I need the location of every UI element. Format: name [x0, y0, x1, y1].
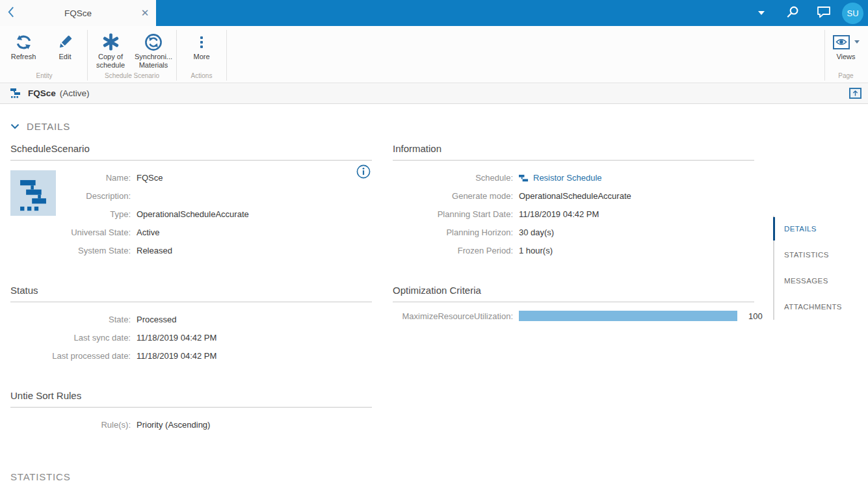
refresh-button[interactable]: Refresh [3, 26, 44, 71]
field-value: OperationalScheduleAccurate [137, 205, 372, 224]
topbar-dropdown-button[interactable] [746, 0, 777, 26]
chat-button[interactable] [808, 0, 839, 26]
details-section-title: DETAILS [27, 121, 70, 132]
field-value [137, 187, 372, 205]
main-content: DETAILS ScheduleScenario [0, 104, 868, 494]
nav-item-attachments[interactable]: ATTACHMENTS [774, 294, 868, 320]
details-content: ScheduleScenario Name: FQSce [0, 143, 868, 434]
field-label: Planning Start Date: [393, 205, 513, 224]
user-avatar[interactable]: SU [839, 0, 868, 26]
optimization-value: 100 [748, 311, 763, 321]
asterisk-icon [102, 31, 120, 53]
edit-label: Edit [59, 53, 72, 61]
ribbon-separator [87, 30, 88, 81]
edit-button[interactable]: Edit [44, 26, 86, 71]
close-icon: ✕ [141, 7, 150, 19]
ribbon-group-label-page: Page [826, 71, 865, 83]
untie-sort-rules-panel: Untie Sort Rules Rule(s): Priority (Asce… [10, 390, 372, 434]
section-header-statistics[interactable]: STATISTICS [10, 471, 70, 483]
document-header: FQSce (Active) [0, 83, 868, 104]
topbar-spacer [156, 0, 746, 26]
chat-icon [817, 5, 831, 21]
field-label: Last sync date: [10, 329, 131, 347]
back-button[interactable] [0, 0, 22, 26]
field-value: OperationalScheduleAccurate [519, 187, 754, 205]
document-name: FQSce [28, 88, 56, 98]
field-value: 11/18/2019 04:42 PM [137, 347, 372, 365]
synchronize-materials-button[interactable]: Synchroni... Materials [132, 26, 175, 71]
gantt-link-icon [519, 174, 529, 183]
ribbon-group-actions: More Actions [178, 26, 225, 83]
scenario-thumbnail [10, 170, 56, 216]
field-label: Generate mode: [393, 187, 513, 205]
info-circle-icon [356, 164, 371, 179]
ribbon-group-label-schedule-scenario: Schedule Scenario [89, 71, 175, 83]
ribbon-group-entity: Refresh Edit Entity [3, 26, 86, 83]
nav-item-details[interactable]: DETAILS [774, 216, 868, 242]
ribbon-group-schedule-scenario: Copy of schedule Synchroni... Mat [89, 26, 175, 83]
untie-panel-title: Untie Sort Rules [10, 390, 372, 408]
tab-title[interactable]: FQSce [22, 8, 134, 18]
gantt-icon [10, 88, 21, 99]
gantt-thumbnail-icon [14, 174, 52, 212]
ribbon-separator [824, 30, 825, 81]
optimization-criteria-panel: Optimization Criteria MaximizeResourceUt… [393, 285, 754, 390]
field-value: Released [137, 242, 372, 260]
field-value: Active [137, 224, 372, 242]
statistics-section-title: STATISTICS [10, 471, 70, 482]
information-panel-title: Information [393, 143, 754, 161]
top-bar: FQSce ✕ SU [0, 0, 868, 26]
refresh-icon [14, 31, 33, 53]
optimization-panel-title: Optimization Criteria [393, 285, 754, 302]
chevron-down-icon [10, 120, 20, 132]
more-button[interactable]: More [178, 26, 225, 71]
field-label: Rule(s): [10, 416, 131, 434]
copy-of-schedule-button[interactable]: Copy of schedule [89, 26, 132, 71]
nav-item-statistics[interactable]: STATISTICS [774, 242, 868, 268]
optimization-progress-track [519, 311, 737, 321]
synchronize-materials-label: Synchroni... Materials [135, 53, 172, 70]
avatar-initials: SU [842, 3, 863, 24]
status-panel: Status State: Processed Last sync date: … [10, 285, 372, 390]
expand-header-button[interactable] [849, 88, 861, 99]
field-value: 11/18/2019 04:42 PM [519, 205, 754, 224]
ribbon-group-label-actions: Actions [178, 71, 225, 83]
anchor-nav: DETAILS STATISTICS MESSAGES ATTACHMENTS [773, 216, 868, 320]
info-button[interactable] [356, 164, 371, 179]
field-value: 30 day(s) [519, 224, 754, 242]
section-header-details[interactable]: DETAILS [0, 104, 70, 132]
field-label: Schedule: [393, 169, 513, 187]
search-button[interactable] [777, 0, 808, 26]
information-panel: Information Schedule: Resistor Schedule … [393, 143, 754, 285]
views-dropdown-icon[interactable] [854, 40, 860, 44]
field-value: Priority (Ascending) [137, 416, 372, 434]
field-label: System State: [10, 242, 131, 260]
ribbon-separator [226, 30, 227, 81]
document-state: (Active) [60, 88, 90, 98]
views-button[interactable]: Views [826, 26, 865, 71]
field-label: Planning Horizon: [393, 224, 513, 242]
schedule-link[interactable]: Resistor Schedule [533, 169, 602, 187]
ribbon-group-label-entity: Entity [3, 71, 86, 83]
status-panel-title: Status [10, 285, 372, 302]
more-label: More [193, 53, 209, 61]
field-label: Frozen Period: [393, 242, 513, 260]
search-icon [786, 5, 800, 21]
ribbon-toolbar: Refresh Edit Entity [0, 26, 868, 83]
optimization-progress-bar [519, 311, 737, 321]
chevron-left-icon [7, 6, 15, 20]
nav-item-messages[interactable]: MESSAGES [774, 268, 868, 294]
arrow-up-icon [852, 88, 859, 99]
field-value: 11/18/2019 04:42 PM [137, 329, 372, 347]
schedule-scenario-panel-title: ScheduleScenario [10, 143, 372, 161]
pencil-icon [57, 31, 73, 53]
sync-circle-icon [144, 31, 163, 53]
tab-close-button[interactable]: ✕ [134, 0, 156, 26]
copy-of-schedule-label: Copy of schedule [96, 53, 125, 70]
eye-icon [833, 35, 850, 49]
ribbon-group-page: Views Page [826, 26, 865, 83]
field-value: FQSce [137, 169, 372, 187]
tab-strip: FQSce ✕ [0, 0, 156, 26]
refresh-label: Refresh [11, 53, 36, 61]
views-label: Views [836, 53, 855, 61]
